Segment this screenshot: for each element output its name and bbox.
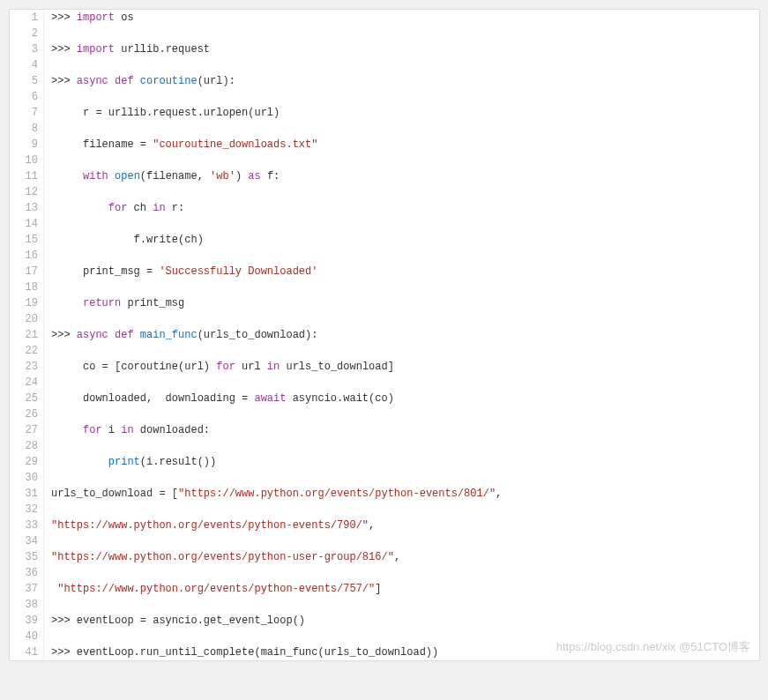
line-number: 1 (10, 10, 44, 26)
code-content: >>> async def coroutine(url): (44, 73, 235, 89)
code-line: 34 (10, 533, 759, 549)
token (134, 329, 140, 341)
token: ch (127, 202, 153, 214)
token (108, 170, 115, 182)
token: "https://www.python.org/events/python-ev… (178, 488, 496, 500)
line-number: 28 (10, 438, 44, 454)
line-number: 2 (10, 26, 44, 41)
token: (filename, (140, 170, 210, 182)
line-number: 34 (10, 533, 44, 549)
line-number: 33 (10, 518, 44, 533)
line-number: 8 (10, 121, 44, 137)
code-line: 14 (10, 216, 759, 232)
token: (url): (198, 75, 235, 87)
code-line: 7 r = urllib.request.urlopen(url) (10, 105, 759, 121)
token: f: (261, 170, 280, 182)
code-content (44, 311, 51, 327)
token: open (115, 170, 140, 182)
line-number: 21 (10, 327, 44, 343)
code-line: 11 with open(filename, 'wb') as f: (10, 168, 759, 184)
token: async def (77, 329, 134, 341)
token: downloaded, downloading = (51, 392, 254, 405)
code-content: >>> import urllib.request (44, 41, 210, 57)
token: "https://www.python.org/events/python-ev… (57, 583, 375, 595)
line-number: 39 (10, 613, 44, 629)
token: "https://www.python.org/events/python-us… (51, 551, 394, 563)
line-number: 10 (10, 153, 44, 168)
code-line: 29 print(i.result()) (10, 454, 759, 470)
code-line: 32 (10, 502, 759, 518)
code-line: 36 (10, 565, 759, 581)
code-content (44, 153, 51, 168)
code-line: 17 print_msg = 'Successfully Downloaded' (10, 264, 759, 279)
line-number: 20 (10, 311, 44, 327)
code-content (44, 597, 51, 613)
token: , (394, 551, 400, 563)
code-line: 33"https://www.python.org/events/python-… (10, 518, 759, 533)
token: f.write(ch) (51, 234, 204, 246)
token: async def (77, 75, 134, 87)
token: 'Successfully Downloaded' (159, 265, 317, 278)
code-content: >>> import os (44, 10, 134, 26)
token: for (216, 361, 235, 373)
token: with (83, 170, 108, 182)
token: downloaded: (134, 424, 210, 436)
code-line: 24 (10, 375, 759, 391)
code-content: "https://www.python.org/events/python-us… (44, 549, 400, 565)
token: >>> (51, 75, 77, 87)
code-content: print_msg = 'Successfully Downloaded' (44, 264, 317, 279)
code-line: 25 downloaded, downloading = await async… (10, 391, 759, 406)
code-line: 19 return print_msg (10, 295, 759, 311)
code-line: 28 (10, 438, 759, 454)
token: os (115, 11, 134, 24)
code-content: downloaded, downloading = await asyncio.… (44, 391, 394, 406)
line-number: 31 (10, 486, 44, 502)
line-number: 12 (10, 184, 44, 200)
token: print (108, 456, 140, 468)
line-number: 18 (10, 279, 44, 295)
code-line: 22 (10, 343, 759, 359)
code-line: 15 f.write(ch) (10, 232, 759, 248)
token (134, 75, 140, 87)
code-content (44, 248, 51, 264)
code-line: 5>>> async def coroutine(url): (10, 73, 759, 89)
line-number: 7 (10, 105, 44, 121)
code-line: 2 (10, 26, 759, 41)
code-content: >>> eventLoop = asyncio.get_event_loop() (44, 613, 305, 629)
code-line: 27 for i in downloaded: (10, 422, 759, 438)
code-content (44, 629, 51, 644)
token: >>> (51, 11, 77, 24)
token (51, 202, 108, 214)
line-number: 25 (10, 391, 44, 406)
line-number: 22 (10, 343, 44, 359)
code-line: 12 (10, 184, 759, 200)
code-content: f.write(ch) (44, 232, 204, 248)
line-number: 40 (10, 629, 44, 644)
line-number: 14 (10, 216, 44, 232)
line-number: 23 (10, 359, 44, 375)
token: >>> (51, 329, 77, 341)
line-number: 13 (10, 200, 44, 216)
token: (i.result()) (140, 456, 216, 468)
token: 'wb' (210, 170, 235, 182)
token: r: (166, 202, 185, 214)
code-content: co = [coroutine(url) for url in urls_to_… (44, 359, 394, 375)
token: r = urllib.request.urlopen(url) (51, 107, 280, 119)
token: print_msg (121, 297, 184, 309)
code-line: 39>>> eventLoop = asyncio.get_event_loop… (10, 613, 759, 629)
watermark-text: https://blog.csdn.net/xix @51CTO博客 (556, 639, 750, 655)
token (51, 424, 83, 436)
code-content (44, 121, 51, 137)
line-number: 16 (10, 248, 44, 264)
token: ] (375, 583, 381, 595)
line-number: 15 (10, 232, 44, 248)
code-content (44, 406, 51, 422)
code-content: urls_to_download = ["https://www.python.… (44, 486, 502, 502)
token: asyncio.wait(co) (286, 392, 393, 405)
code-content (44, 343, 51, 359)
line-number: 29 (10, 454, 44, 470)
line-number: 3 (10, 41, 44, 57)
line-number: 17 (10, 264, 44, 279)
line-number: 19 (10, 295, 44, 311)
code-line: 9 filename = "couroutine_downloads.txt" (10, 137, 759, 153)
